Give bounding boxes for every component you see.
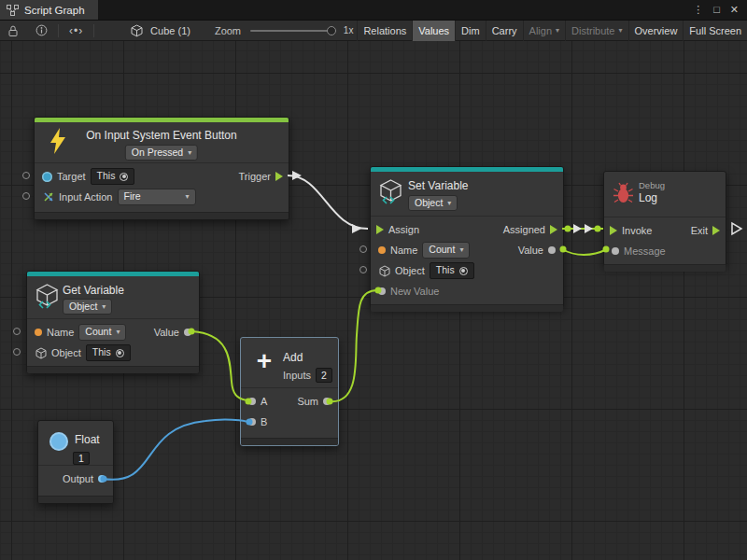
- titlebar: Script Graph ⋮ □ ✕: [0, 0, 747, 21]
- unconnected-port-ring[interactable]: [23, 193, 30, 200]
- relations-button[interactable]: Relations: [357, 21, 412, 41]
- graph-canvas[interactable]: On Input System Event Button On Pressed …: [0, 41, 747, 560]
- message-input-port[interactable]: [612, 247, 619, 255]
- align-dropdown-button[interactable]: Align: [523, 21, 565, 41]
- node-add[interactable]: + Add Inputs 2 A Sum B: [240, 337, 339, 446]
- zoom-slider-handle[interactable]: [327, 26, 336, 35]
- wire-value-to-message[interactable]: [562, 249, 607, 255]
- object-this-chip[interactable]: This: [86, 344, 131, 360]
- variable-kind-dropdown[interactable]: Object: [63, 299, 112, 315]
- port-label: Input Action: [59, 191, 113, 203]
- node-footer: [241, 438, 338, 445]
- wire-float-to-b[interactable]: [103, 419, 248, 480]
- port-label: Object: [395, 265, 425, 276]
- port-label: Value: [518, 245, 543, 256]
- wire-trigger-to-assign[interactable]: [288, 175, 368, 229]
- port-label: Assigned: [503, 224, 545, 235]
- port-label: Invoke: [622, 225, 652, 236]
- graph-toolbar: ‹•› Cube (1) Zoom 1x Relations Values Di…: [0, 21, 747, 41]
- window-menu-icon[interactable]: ⋮: [693, 5, 703, 15]
- variable-name-dropdown[interactable]: Count: [422, 242, 470, 258]
- toolbar-button-group: Relations Values Dim Carry Align Distrib…: [357, 21, 747, 41]
- zoom-value: 1x: [340, 25, 358, 35]
- b-input-port[interactable]: [248, 418, 256, 426]
- name-input-port[interactable]: [378, 246, 386, 254]
- variable-name-dropdown[interactable]: Count: [78, 324, 126, 340]
- tab-script-graph[interactable]: Script Graph: [0, 0, 98, 20]
- lock-icon[interactable]: [4, 21, 22, 41]
- new-value-input-port[interactable]: [378, 287, 386, 295]
- tab-label: Script Graph: [24, 5, 85, 16]
- float-value-field[interactable]: 1: [73, 452, 90, 465]
- overview-button[interactable]: Overview: [628, 21, 684, 41]
- port-label: Exit: [691, 225, 708, 236]
- node-footer: [371, 304, 563, 312]
- input-action-icon: [42, 191, 54, 203]
- port-label: Trigger: [239, 171, 271, 182]
- object-this-chip[interactable]: This: [430, 262, 474, 278]
- graph-target-label[interactable]: Cube (1): [147, 25, 194, 36]
- port-label: B: [261, 416, 267, 427]
- unconnected-port-ring[interactable]: [14, 329, 21, 335]
- variable-cube-icon: [379, 179, 402, 205]
- node-on-input-system-event-button[interactable]: On Input System Event Button On Pressed …: [34, 117, 289, 220]
- event-mode-dropdown[interactable]: On Pressed: [125, 145, 198, 161]
- node-title: Get Variable: [63, 284, 124, 297]
- node-footer: [35, 212, 289, 219]
- input-action-value: Fire: [124, 190, 141, 203]
- dim-button[interactable]: Dim: [455, 21, 486, 41]
- unconnected-port-ring[interactable]: [23, 173, 30, 179]
- input-action-dropdown[interactable]: Fire: [118, 189, 196, 204]
- node-set-variable[interactable]: Set Variable Object Assign Assigned Name: [370, 166, 564, 308]
- a-input-port[interactable]: [248, 398, 256, 405]
- target-this-chip[interactable]: This: [91, 168, 135, 184]
- name-input-port[interactable]: [35, 329, 42, 336]
- port-row-message: Message: [604, 241, 726, 261]
- port-label: Message: [624, 245, 666, 257]
- bug-icon: [613, 182, 634, 204]
- distribute-dropdown-button[interactable]: Distribute: [565, 21, 627, 41]
- port-row-invoke: Invoke Exit: [604, 220, 726, 241]
- exit-output-port[interactable]: [712, 226, 720, 235]
- node-title: Set Variable: [408, 179, 468, 192]
- unconnected-port-ring[interactable]: [360, 246, 367, 253]
- sum-output-port[interactable]: [323, 398, 331, 405]
- port-row-a-sum: A Sum: [241, 391, 338, 412]
- port-row-object: Object This: [27, 343, 199, 363]
- value-output-port[interactable]: [548, 246, 556, 254]
- value-output-port[interactable]: [184, 329, 191, 336]
- window-maximize-icon[interactable]: □: [713, 5, 720, 15]
- port-label: Name: [47, 327, 74, 338]
- node-debug-log[interactable]: Debug Log Invoke Exit Message: [603, 171, 726, 266]
- trigger-output-port[interactable]: [275, 172, 283, 181]
- variable-name-value: Count: [85, 326, 111, 338]
- carry-button[interactable]: Carry: [486, 21, 523, 41]
- port-row-assign: Assign Assigned: [371, 219, 563, 240]
- flow-arrowhead: [352, 224, 361, 233]
- node-get-variable[interactable]: Get Variable Object Name Count Value: [26, 271, 200, 373]
- assigned-output-port[interactable]: [550, 225, 557, 234]
- unconnected-port-ring[interactable]: [14, 349, 21, 356]
- node-title: Float: [75, 433, 100, 446]
- port-row-new-value: New Value: [371, 281, 563, 301]
- node-title: Add: [283, 351, 303, 364]
- graph-inspector-icon[interactable]: ‹•›: [65, 21, 87, 41]
- values-button[interactable]: Values: [412, 21, 455, 41]
- output-port[interactable]: [98, 475, 106, 483]
- flow-arrowhead: [292, 171, 302, 180]
- cube-target-icon: [127, 21, 147, 41]
- variable-name-value: Count: [429, 244, 455, 256]
- assign-input-port[interactable]: [376, 225, 384, 234]
- zoom-slider[interactable]: [250, 30, 334, 32]
- unconnected-port-ring[interactable]: [360, 267, 367, 273]
- variable-cube-icon: [35, 284, 59, 310]
- window-close-icon[interactable]: ✕: [730, 5, 739, 15]
- fullscreen-button[interactable]: Full Screen: [683, 21, 747, 41]
- info-icon[interactable]: [32, 21, 51, 41]
- target-icon: [120, 173, 128, 181]
- invoke-input-port[interactable]: [610, 226, 617, 235]
- variable-kind-dropdown[interactable]: Object: [408, 195, 458, 211]
- port-label: New Value: [390, 286, 439, 297]
- node-float-literal[interactable]: Float 1 Output: [37, 420, 114, 504]
- inputs-count-field[interactable]: 2: [316, 368, 332, 383]
